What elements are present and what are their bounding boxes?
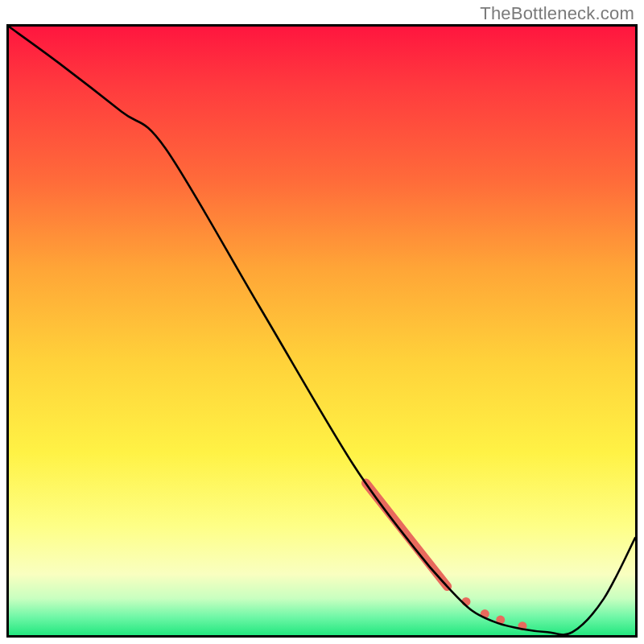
- chart-container: TheBottleneck.com: [0, 0, 644, 644]
- watermark-text: TheBottleneck.com: [480, 3, 634, 24]
- highlight-dots: [461, 597, 526, 630]
- bottleneck-curve: [9, 27, 635, 634]
- plot-frame: [6, 24, 638, 638]
- curve-layer: [9, 27, 635, 635]
- highlight-segment: [365, 483, 447, 587]
